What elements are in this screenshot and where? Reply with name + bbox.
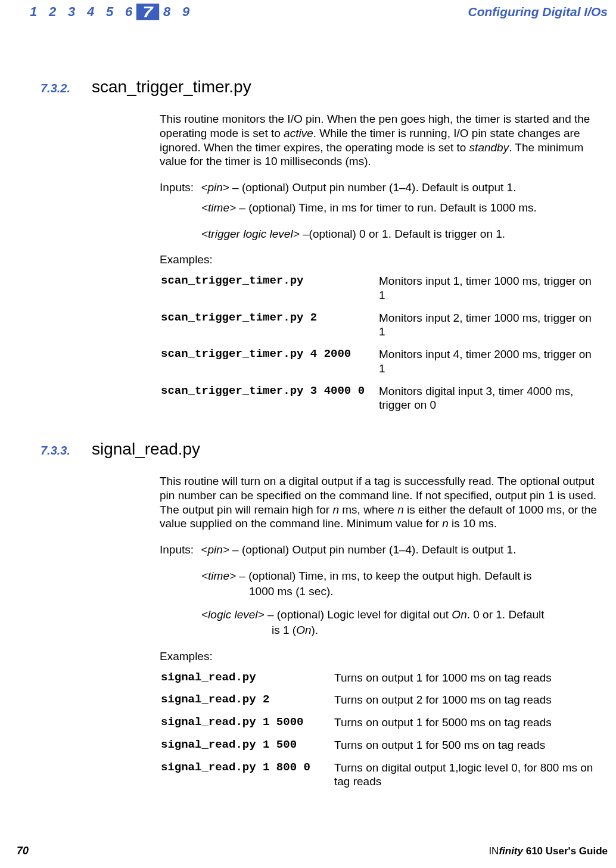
examples-table: signal_read.py Turns on output 1 for 100… — [160, 670, 598, 798]
table-row: signal_read.py 1 500 Turns on output 1 f… — [161, 738, 597, 760]
example-cmd: signal_read.py — [161, 671, 325, 692]
section-paragraph: This routine monitors the I/O pin. When … — [160, 112, 598, 169]
example-cmd: signal_read.py 1 800 0 — [161, 761, 325, 797]
section-number: 7.3.3. — [18, 444, 70, 458]
tab-3[interactable]: 3 — [62, 4, 81, 20]
table-row: scan_trigger_timer.py 2 Monitors input 2… — [161, 311, 597, 347]
section-title: scan_trigger_timer.py — [92, 77, 251, 97]
chapter-title: Configuring Digital I/Os — [468, 5, 611, 19]
section-header: 7.3.3. signal_read.py — [18, 440, 598, 459]
example-desc: Turns on digital output 1,logic level 0,… — [326, 761, 597, 797]
input-row: <logic level> – (optional) Logic level f… — [201, 608, 598, 622]
tab-6[interactable]: 6 — [119, 4, 138, 20]
tab-4[interactable]: 4 — [81, 4, 100, 20]
input-row: Inputs: <pin> – (optional) Output pin nu… — [160, 181, 598, 195]
examples-table: scan_trigger_timer.py Monitors input 1, … — [160, 273, 598, 421]
tab-8[interactable]: 8 — [157, 4, 176, 20]
example-cmd: signal_read.py 1 500 — [161, 738, 325, 760]
example-desc: Turns on output 1 for 1000 ms on tag rea… — [326, 671, 597, 692]
footer-title: INfinity 610 User's Guide — [489, 845, 608, 857]
inputs-block: Inputs: <pin> – (optional) Output pin nu… — [160, 181, 598, 241]
example-desc: Monitors input 4, timer 2000 ms, trigger… — [371, 347, 597, 383]
section-732: 7.3.2. scan_trigger_timer.py This routin… — [18, 77, 598, 421]
table-row: signal_read.py 1 800 0 Turns on digital … — [161, 761, 597, 797]
example-cmd: signal_read.py 2 — [161, 693, 325, 714]
example-cmd: scan_trigger_timer.py — [161, 274, 369, 310]
table-row: signal_read.py 2 Turns on output 2 for 1… — [161, 693, 597, 714]
example-cmd: signal_read.py 1 5000 — [161, 715, 325, 737]
page-header: 1 2 3 4 5 6 7 8 9 Configuring Digital I/… — [0, 0, 616, 24]
input-row: <time> – (optional) Time, in ms, to keep… — [201, 569, 598, 583]
tab-9[interactable]: 9 — [176, 4, 195, 20]
table-row: scan_trigger_timer.py 3 4000 0 Monitors … — [161, 384, 597, 420]
example-desc: Monitors input 1, timer 1000 ms, trigger… — [371, 274, 597, 310]
example-desc: Monitors digital input 3, timer 4000 ms,… — [371, 384, 597, 420]
page-number: 70 — [17, 845, 29, 857]
examples-label: Examples: — [160, 649, 598, 664]
page-footer: 70 INfinity 610 User's Guide — [0, 845, 616, 857]
example-cmd: scan_trigger_timer.py 2 — [161, 311, 369, 347]
example-desc: Turns on output 1 for 500 ms on tag read… — [326, 738, 597, 760]
table-row: signal_read.py Turns on output 1 for 100… — [161, 671, 597, 692]
tab-5[interactable]: 5 — [100, 4, 119, 20]
table-row: signal_read.py 1 5000 Turns on output 1 … — [161, 715, 597, 737]
section-733: 7.3.3. signal_read.py This routine will … — [18, 440, 598, 797]
section-title: signal_read.py — [92, 440, 200, 459]
examples-label: Examples: — [160, 253, 598, 267]
section-paragraph: This routine will turn on a digital outp… — [160, 474, 598, 531]
tab-2[interactable]: 2 — [43, 4, 62, 20]
example-cmd: scan_trigger_timer.py 4 2000 — [161, 347, 369, 383]
input-continuation: is 1 (On). — [201, 623, 598, 637]
table-row: scan_trigger_timer.py Monitors input 1, … — [161, 274, 597, 310]
chapter-tabs: 1 2 3 4 5 6 7 8 9 — [24, 4, 195, 20]
example-desc: Monitors input 2, timer 1000 ms, trigger… — [371, 311, 597, 347]
tab-7[interactable]: 7 — [136, 4, 159, 20]
input-continuation: 1000 ms (1 sec). — [201, 584, 598, 599]
example-cmd: scan_trigger_timer.py 3 4000 0 — [161, 384, 369, 420]
input-row: <trigger logic level> –(optional) 0 or 1… — [201, 227, 598, 241]
input-row: Inputs: <pin> – (optional) Output pin nu… — [160, 543, 598, 557]
section-body: This routine monitors the I/O pin. When … — [160, 112, 598, 421]
page-content: 7.3.2. scan_trigger_timer.py This routin… — [0, 77, 616, 797]
inputs-block: Inputs: <pin> – (optional) Output pin nu… — [160, 543, 598, 637]
input-row: <time> – (optional) Time, in ms for time… — [201, 201, 598, 215]
table-row: scan_trigger_timer.py 4 2000 Monitors in… — [161, 347, 597, 383]
tab-1[interactable]: 1 — [24, 4, 43, 20]
example-desc: Turns on output 1 for 5000 ms on tag rea… — [326, 715, 597, 737]
section-number: 7.3.2. — [18, 82, 70, 95]
example-desc: Turns on output 2 for 1000 ms on tag rea… — [326, 693, 597, 714]
section-header: 7.3.2. scan_trigger_timer.py — [18, 77, 598, 97]
section-body: This routine will turn on a digital outp… — [160, 474, 598, 797]
